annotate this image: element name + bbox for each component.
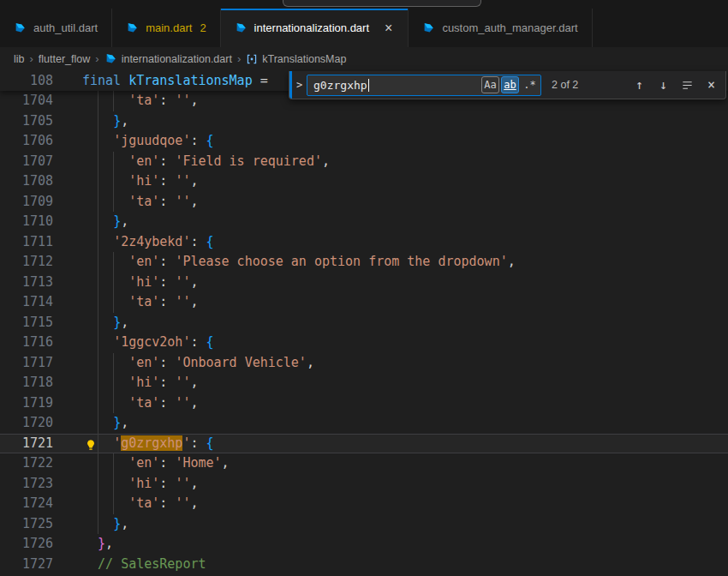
toggle-replace-chevron-icon[interactable]: > xyxy=(292,79,307,91)
indent-guide xyxy=(113,273,114,293)
find-close-button[interactable]: × xyxy=(701,75,722,95)
line-number[interactable]: 1721 xyxy=(0,434,82,454)
code-line[interactable]: 1714 'ta': '', xyxy=(0,292,728,313)
line-number[interactable]: 1726 xyxy=(0,534,82,555)
indent-guide xyxy=(98,353,98,374)
code-line[interactable]: 1709 'ta': '', xyxy=(0,192,728,213)
breadcrumb-item-ktranslationsmap[interactable]: kTranslationsMap xyxy=(246,53,346,65)
indent-guide xyxy=(113,393,114,414)
breadcrumb-label: internationalization.dart xyxy=(122,53,232,65)
breadcrumb-item-internationalization-dart[interactable]: internationalization.dart xyxy=(104,52,232,65)
tab-close-icon[interactable]: × xyxy=(383,21,394,35)
tab-problems-badge: 2 xyxy=(200,21,206,34)
dart-icon xyxy=(422,21,435,34)
code-line[interactable]: 1712 'en': 'Please choose an option from… xyxy=(0,252,728,273)
line-number[interactable]: 1716 xyxy=(0,333,82,353)
find-option-regex[interactable]: .* xyxy=(521,76,539,93)
breadcrumb-item-lib[interactable]: lib xyxy=(14,53,25,65)
find-option-match-case[interactable]: Aa xyxy=(481,76,499,93)
indent-guide xyxy=(98,252,98,273)
breadcrumb-label: flutter_flow xyxy=(39,53,90,65)
indent-guide xyxy=(98,152,98,172)
quick-input-box xyxy=(283,0,481,7)
indent-guide xyxy=(113,453,114,474)
breadcrumb-item-flutter-flow[interactable]: flutter_flow xyxy=(39,53,90,65)
code-line[interactable]: 1713 'hi': '', xyxy=(0,273,728,293)
breadcrumb-separator: › xyxy=(95,52,98,65)
code-line[interactable]: 1723 'hi': '', xyxy=(0,474,728,495)
code-line[interactable]: 1717 'en': 'Onboard Vehicle', xyxy=(0,353,728,374)
code-line[interactable]: 1716 '1ggcv2oh': { xyxy=(0,333,728,353)
code-line[interactable]: 1726 }, xyxy=(0,534,728,555)
indent-guide xyxy=(113,353,114,374)
dart-icon xyxy=(104,52,117,65)
code-line[interactable]: 1715 }, xyxy=(0,313,728,333)
line-number[interactable]: 1710 xyxy=(0,212,82,232)
find-in-selection-button[interactable] xyxy=(677,75,698,95)
indent-guide xyxy=(98,434,98,454)
tab-custom-auth-manager[interactable]: custom_auth_manager.dart xyxy=(409,9,592,47)
indent-guide xyxy=(113,192,114,213)
breadcrumb-separator: › xyxy=(30,52,33,65)
line-number[interactable]: 1707 xyxy=(0,152,82,172)
line-number[interactable]: 1724 xyxy=(0,494,82,514)
line-number[interactable]: 1715 xyxy=(0,313,82,333)
indent-guide xyxy=(113,91,114,111)
indent-guide xyxy=(113,373,114,393)
code-line[interactable]: 1722 'en': 'Home', xyxy=(0,453,728,474)
code-line[interactable]: 1727 // SalesReport xyxy=(0,555,728,575)
tab-label: internationalization.dart xyxy=(254,21,369,34)
code-line[interactable]: 1720 }, xyxy=(0,413,728,434)
find-input[interactable]: g0zrgxhp Aaab.* xyxy=(307,75,541,96)
find-in-selection-icon xyxy=(681,79,694,92)
code-line[interactable]: 1708 'hi': '', xyxy=(0,171,728,192)
indent-guide xyxy=(98,171,98,192)
line-number[interactable]: 1711 xyxy=(0,232,82,253)
line-number[interactable]: 1722 xyxy=(0,453,82,474)
dart-icon xyxy=(126,21,139,34)
code-line[interactable]: 1706 'jguudqoe': { xyxy=(0,131,728,152)
find-previous-button[interactable]: ↑ xyxy=(629,75,650,95)
code-line[interactable]: 1707 'en': 'Field is required', xyxy=(0,152,728,172)
code-line-current[interactable]: 1721 'g0zrgxhp': { xyxy=(0,434,728,454)
indent-guide xyxy=(98,292,98,313)
line-number[interactable]: 1714 xyxy=(0,292,82,313)
indent-guide xyxy=(98,111,98,132)
tab-label: custom_auth_manager.dart xyxy=(442,21,577,34)
find-result-count: 2 of 2 xyxy=(552,79,578,91)
find-options: Aaab.* xyxy=(480,76,539,93)
line-number[interactable]: 1705 xyxy=(0,111,82,132)
line-number[interactable]: 1723 xyxy=(0,474,82,495)
sticky-line-number: 108 xyxy=(0,70,82,91)
line-number[interactable]: 1725 xyxy=(0,514,82,535)
line-number[interactable]: 1706 xyxy=(0,131,82,152)
line-number[interactable]: 1713 xyxy=(0,273,82,293)
find-next-button[interactable]: ↓ xyxy=(653,75,674,95)
breadcrumb-label: lib xyxy=(14,53,25,65)
code-line[interactable]: 1725 }, xyxy=(0,514,728,535)
indent-guide xyxy=(98,313,98,333)
line-number[interactable]: 1720 xyxy=(0,413,82,434)
line-number[interactable]: 1727 xyxy=(0,555,82,575)
indent-guide xyxy=(113,152,114,172)
tab-label: auth_util.dart xyxy=(33,21,98,34)
code-line[interactable]: 1710 }, xyxy=(0,212,728,232)
line-number[interactable]: 1718 xyxy=(0,373,82,393)
tab-internationalization[interactable]: internationalization.dart× xyxy=(221,9,409,47)
code-line[interactable]: 1711 '2z4ybekd': { xyxy=(0,232,728,253)
line-number[interactable]: 1717 xyxy=(0,353,82,374)
code-line[interactable]: 1719 'ta': '', xyxy=(0,393,728,414)
code-line[interactable]: 1718 'hi': '', xyxy=(0,373,728,393)
find-option-whole-word[interactable]: ab xyxy=(501,76,519,93)
code-line[interactable]: 1705 }, xyxy=(0,111,728,132)
line-number[interactable]: 1709 xyxy=(0,192,82,213)
indent-guide xyxy=(98,192,98,213)
line-number[interactable]: 1712 xyxy=(0,252,82,273)
dart-icon xyxy=(235,21,248,34)
code-line[interactable]: 1724 'ta': '', xyxy=(0,494,728,514)
line-number[interactable]: 1719 xyxy=(0,393,82,414)
line-number[interactable]: 1704 xyxy=(0,91,82,111)
tab-main[interactable]: main.dart2 xyxy=(112,9,220,47)
tab-auth-util[interactable]: auth_util.dart xyxy=(0,9,112,47)
line-number[interactable]: 1708 xyxy=(0,171,82,192)
